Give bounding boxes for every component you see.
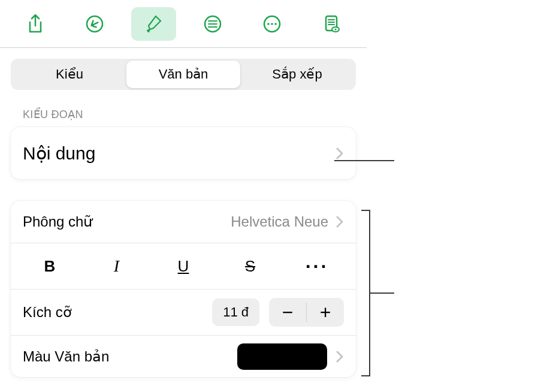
svg-point-3	[267, 23, 270, 25]
format-button[interactable]	[131, 7, 176, 41]
italic-button[interactable]: I	[90, 252, 144, 281]
callout-line	[334, 160, 394, 161]
paragraph-style-card: Nội dung	[11, 127, 356, 179]
size-label: Kích cỡ	[23, 304, 72, 321]
size-stepper: − +	[269, 298, 344, 327]
font-value: Helvetica Neue	[231, 213, 328, 230]
chevron-right-icon	[336, 350, 344, 363]
paragraph-style-row[interactable]: Nội dung	[11, 127, 356, 179]
size-increase-button[interactable]: +	[307, 298, 344, 327]
list-icon	[203, 14, 223, 34]
callout-line	[369, 293, 394, 294]
more-button[interactable]	[249, 7, 294, 41]
insert-button[interactable]	[191, 7, 235, 41]
share-button[interactable]	[13, 7, 58, 41]
brush-icon	[144, 14, 164, 34]
callout-bracket-cap	[361, 210, 370, 211]
undo-button[interactable]	[72, 7, 117, 41]
font-card: Phông chữ Helvetica Neue B I U S ··· Kíc…	[11, 201, 356, 377]
size-value-display[interactable]: 11 đ	[212, 298, 259, 326]
bold-button[interactable]: B	[23, 252, 77, 281]
text-color-label: Màu Văn bản	[23, 348, 109, 365]
viewmode-button[interactable]	[309, 7, 353, 41]
more-styles-button[interactable]: ···	[290, 252, 344, 281]
more-icon	[262, 14, 282, 34]
section-label-paragraph-style: KIỂU ĐOẠN	[23, 108, 356, 121]
text-color-row[interactable]: Màu Văn bản	[11, 335, 356, 377]
size-decrease-button[interactable]: −	[269, 298, 306, 327]
tab-arrange[interactable]: Sắp xếp	[240, 61, 354, 88]
callout-bracket-cap	[361, 375, 370, 376]
svg-point-5	[274, 23, 277, 25]
tab-style[interactable]: Kiểu	[13, 61, 126, 88]
chevron-right-icon	[336, 215, 344, 228]
undo-icon	[84, 14, 105, 34]
underline-button[interactable]: U	[156, 252, 210, 281]
document-icon	[321, 14, 342, 34]
paragraph-style-value: Nội dung	[23, 143, 95, 164]
chevron-right-icon	[336, 147, 344, 160]
svg-point-4	[271, 23, 273, 25]
size-row: Kích cỡ 11 đ − +	[11, 289, 356, 335]
toolbar	[0, 0, 367, 48]
strikethrough-button[interactable]: S	[223, 252, 277, 281]
segmented-control: Kiểu Văn bản Sắp xếp	[11, 59, 356, 90]
font-label: Phông chữ	[23, 213, 92, 230]
tab-text[interactable]: Văn bản	[126, 61, 240, 88]
font-row[interactable]: Phông chữ Helvetica Neue	[11, 201, 356, 243]
svg-point-8	[334, 28, 336, 30]
text-color-swatch[interactable]	[237, 343, 327, 370]
share-icon	[25, 14, 46, 34]
text-style-row: B I U S ···	[11, 243, 356, 289]
